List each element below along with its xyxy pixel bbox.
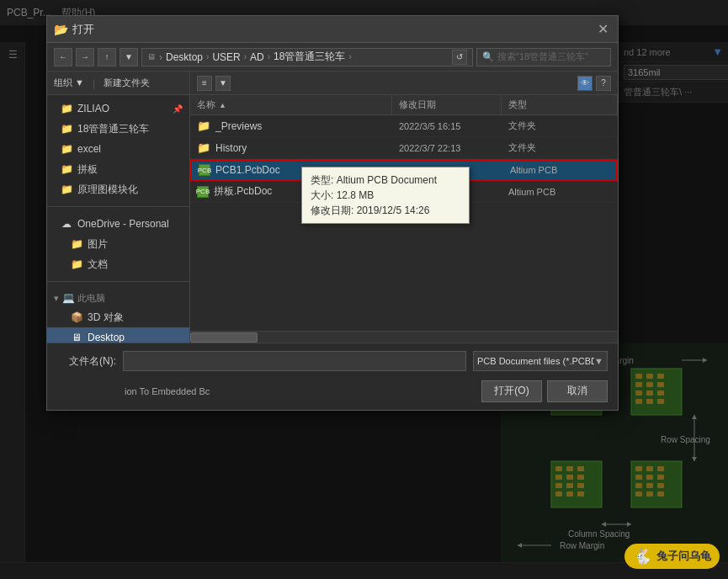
path-part-folder: 18管普通三轮车 bbox=[274, 50, 345, 64]
sidebar-item-excel[interactable]: 📁 excel bbox=[47, 139, 189, 159]
file-date-1: 2022/3/7 22:13 bbox=[399, 143, 460, 153]
sort-arrow: ▲ bbox=[219, 101, 226, 109]
open-button[interactable]: 打开(O) bbox=[481, 380, 542, 402]
dialog-sidebar: 组织 ▼ | 新建文件夹 📁 ZILIAO 📌 📁 18管普通三轮车 📁 exc… bbox=[47, 72, 190, 343]
sidebar-section-quick: 📁 ZILIAO 📌 📁 18管普通三轮车 📁 excel 📁 拼板 bbox=[47, 95, 189, 203]
sidebar-item-label-18guan: 18管普通三轮车 bbox=[77, 122, 149, 136]
filelist-hscroll[interactable] bbox=[190, 331, 618, 343]
pcb-icon-pinban: PCB bbox=[197, 186, 209, 198]
folder-icon-history: 📁 bbox=[197, 141, 210, 155]
filename-input[interactable] bbox=[123, 351, 466, 371]
folder-icon-desktop: 🖥 bbox=[71, 332, 82, 343]
col-date[interactable]: 修改日期 bbox=[392, 95, 502, 114]
nav-recent-button[interactable]: ▼ bbox=[120, 48, 138, 66]
path-arrow-4: › bbox=[348, 52, 351, 61]
nav-back-button[interactable]: ← bbox=[54, 48, 72, 66]
file-cell-type-0: 文件夹 bbox=[502, 115, 618, 136]
col-type[interactable]: 类型 bbox=[502, 95, 618, 114]
file-cell-type-2: Altium PCB bbox=[503, 161, 616, 179]
dialog-footer: 文件名(N): PCB Document files (*.PCBDc ▼ io… bbox=[47, 343, 618, 410]
col-name-label: 名称 bbox=[197, 98, 215, 111]
footer-hint-text: ion To Embedded Bc bbox=[57, 386, 476, 396]
sidebar-item-3d[interactable]: 📦 3D 对象 bbox=[47, 307, 189, 327]
folder-icon-ziliao: 📁 bbox=[61, 103, 72, 114]
dialog-navbar: ← → ↑ ▼ 🖥 › Desktop › USER › AD › 18管普通三… bbox=[47, 43, 618, 72]
sidebar-section-pc-header[interactable]: ▾ 💻 此电脑 bbox=[47, 289, 189, 307]
file-type-2: Altium PCB bbox=[510, 165, 557, 175]
path-arrow-3: › bbox=[268, 52, 270, 61]
sidebar-item-label-excel: excel bbox=[77, 143, 101, 155]
sidebar-item-label-pictures: 图片 bbox=[88, 237, 108, 252]
sidebar-section-pc: ▾ 💻 此电脑 📦 3D 对象 🖥 Desktop bbox=[47, 285, 189, 343]
search-placeholder: 搜索"18管普通三轮车" bbox=[497, 50, 588, 63]
col-name[interactable]: 名称 ▲ bbox=[190, 95, 392, 114]
sidebar-item-label-documents: 文档 bbox=[88, 258, 108, 272]
filetype-select[interactable]: PCB Document files (*.PCBDc ▼ bbox=[473, 351, 608, 371]
table-row[interactable]: 📁 History 2022/3/7 22:13 文件夹 bbox=[190, 137, 618, 159]
filelist-header: 名称 ▲ 修改日期 类型 bbox=[190, 95, 618, 115]
footer-filename-row: 文件名(N): PCB Document files (*.PCBDc ▼ bbox=[57, 351, 608, 371]
file-cell-date-1: 2022/3/7 22:13 bbox=[392, 137, 502, 158]
sidebar-item-yuanli[interactable]: 📁 原理图模块化 bbox=[47, 179, 189, 199]
sidebar-item-pinban[interactable]: 📁 拼板 bbox=[47, 159, 189, 179]
new-folder-label[interactable]: 新建文件夹 bbox=[104, 77, 150, 89]
tooltip-type: 类型: Altium PCB Document bbox=[311, 173, 460, 188]
search-icon: 🔍 bbox=[482, 51, 494, 62]
sidebar-item-label-pc: 此电脑 bbox=[77, 292, 105, 305]
file-cell-type-1: 文件夹 bbox=[502, 137, 618, 158]
file-name-0: _Previews bbox=[215, 120, 262, 132]
path-sep-0: › bbox=[159, 51, 162, 63]
sidebar-item-desktop[interactable]: 🖥 Desktop bbox=[47, 327, 189, 343]
sidebar-item-label-desktop: Desktop bbox=[88, 332, 125, 343]
sidebar-item-pictures[interactable]: 📁 图片 bbox=[47, 234, 189, 254]
sidebar-item-documents[interactable]: 📁 文档 bbox=[47, 254, 189, 274]
nav-up-button[interactable]: ↑ bbox=[98, 48, 116, 66]
view-toggle-button[interactable]: ≡ bbox=[197, 76, 212, 91]
tooltip-size: 大小: 12.8 MB bbox=[311, 188, 460, 203]
table-row[interactable]: 📁 _Previews 2022/3/5 16:15 文件夹 bbox=[190, 115, 618, 137]
pcb-icon-pcb1: PCB bbox=[199, 164, 210, 176]
nav-search-bar[interactable]: 🔍 搜索"18管普通三轮车" bbox=[476, 48, 611, 66]
file-type-3: Altium PCB bbox=[508, 187, 555, 197]
sidebar-organize-label: 组织 ▼ bbox=[54, 77, 84, 89]
pin-icon-ziliao: 📌 bbox=[173, 104, 183, 114]
path-part-user: USER bbox=[212, 51, 240, 63]
file-cell-name-0: 📁 _Previews bbox=[190, 115, 392, 136]
col-date-label: 修改日期 bbox=[399, 98, 436, 111]
nav-refresh-button[interactable]: ↺ bbox=[452, 50, 467, 65]
dialog-title-text: 打开 bbox=[72, 22, 594, 37]
file-name-1: History bbox=[215, 142, 247, 154]
sidebar-item-ziliao[interactable]: 📁 ZILIAO 📌 bbox=[47, 98, 189, 119]
tooltip-date: 修改日期: 2019/12/5 14:26 bbox=[311, 203, 460, 218]
folder-icon-3d: 📦 bbox=[71, 311, 82, 323]
file-type-0: 文件夹 bbox=[508, 120, 536, 132]
filetype-arrow: ▼ bbox=[594, 356, 603, 366]
cancel-button[interactable]: 取消 bbox=[547, 380, 608, 402]
path-arrow-1: › bbox=[206, 52, 209, 61]
file-name-3: 拼板.PcbDoc bbox=[214, 184, 272, 199]
folder-icon-previews: 📁 bbox=[197, 120, 210, 133]
file-cell-date-0: 2022/3/5 16:15 bbox=[392, 115, 502, 136]
dialog-title-icon: 📂 bbox=[54, 23, 67, 36]
path-arrow-0: 🖥 bbox=[147, 52, 156, 61]
dialog-close-button[interactable]: ✕ bbox=[594, 21, 611, 38]
folder-icon-excel: 📁 bbox=[61, 143, 72, 155]
preview-toggle-button[interactable]: 👁 bbox=[577, 76, 592, 91]
sidebar-item-18guan[interactable]: 📁 18管普通三轮车 bbox=[47, 119, 189, 139]
nav-forward-button[interactable]: → bbox=[76, 48, 94, 66]
folder-icon-pictures: 📁 bbox=[71, 238, 82, 250]
sidebar-item-onedrive[interactable]: ☁ OneDrive - Personal bbox=[47, 214, 189, 234]
watermark-text: 兔子问乌龟 bbox=[656, 549, 711, 564]
expand-icon-pc: ▾ bbox=[54, 293, 59, 304]
help-button[interactable]: ? bbox=[596, 76, 611, 91]
folder-icon-18guan: 📁 bbox=[61, 123, 72, 135]
view-dropdown-button[interactable]: ▼ bbox=[215, 76, 231, 91]
path-part-ad: AD bbox=[250, 51, 264, 63]
filelist-toolbar: ≡ ▼ 👁 ? bbox=[190, 72, 618, 95]
nav-path-bar[interactable]: 🖥 › Desktop › USER › AD › 18管普通三轮车 › ↺ bbox=[141, 48, 473, 66]
folder-icon-documents: 📁 bbox=[71, 258, 82, 270]
sidebar-item-label-ziliao: ZILIAO bbox=[77, 103, 109, 114]
file-cell-name-1: 📁 History bbox=[190, 137, 392, 158]
sidebar-item-label-3d: 3D 对象 bbox=[88, 311, 124, 325]
watermark: 🐇 兔子问乌龟 bbox=[624, 544, 720, 569]
